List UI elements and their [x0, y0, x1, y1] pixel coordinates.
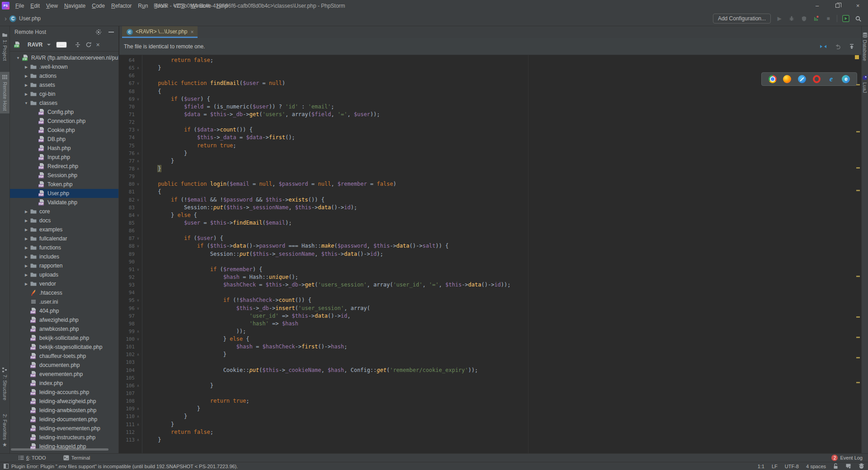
tool-stripe-1-project[interactable]: 1: Project	[0, 30, 9, 63]
run-icon[interactable]: ▶	[776, 15, 783, 22]
tree-collapsed-arrow-icon[interactable]: ▶	[23, 65, 30, 69]
tree-collapsed-arrow-icon[interactable]: ▶	[23, 210, 30, 214]
tree-item-rapporten[interactable]: ▶rapporten	[10, 261, 118, 270]
tree-item-fullcalendar[interactable]: ▶fullcalendar	[10, 234, 118, 243]
toggle-toolwindows-icon[interactable]	[4, 464, 9, 469]
fold-marker-icon[interactable]: ∨	[135, 242, 142, 250]
indent-style[interactable]: 4 spaces	[806, 464, 826, 469]
server-selector[interactable]: RAVR	[28, 42, 42, 48]
lock-icon[interactable]	[833, 463, 838, 469]
menu-code[interactable]: Code	[89, 2, 108, 10]
warning-stripe-mark[interactable]	[856, 190, 860, 191]
tree-item-redirect.php[interactable]: PHPRedirect.php	[10, 162, 118, 171]
tree-item-hash.php[interactable]: PHPHash.php	[10, 144, 118, 153]
stop-icon[interactable]: ■	[825, 15, 832, 22]
tree-item-uploads[interactable]: ▶uploads	[10, 270, 118, 279]
fold-marker-icon[interactable]: ∨	[135, 212, 142, 219]
fold-marker-icon[interactable]: ∧	[135, 436, 142, 444]
fold-marker-icon[interactable]: ∨	[135, 126, 142, 134]
refresh-icon[interactable]	[85, 41, 92, 48]
tree-item-config.php[interactable]: PHPConfig.php	[10, 108, 118, 117]
hide-panel-icon[interactable]	[108, 32, 114, 33]
search-everywhere-icon[interactable]	[854, 15, 862, 22]
warning-stripe-mark[interactable]	[856, 84, 860, 85]
run-anything-icon[interactable]	[842, 15, 849, 22]
tree-item-examples[interactable]: ▶examples	[10, 225, 118, 234]
sync-compare-icon[interactable]	[820, 43, 827, 50]
tree-collapsed-arrow-icon[interactable]: ▶	[23, 273, 30, 277]
fold-marker-icon[interactable]: ∨	[135, 196, 142, 204]
opera-browser-icon[interactable]	[813, 75, 821, 83]
toolwindow-6-todo[interactable]: 6: TODO	[18, 455, 46, 461]
tree-item-vendor[interactable]: ▶vendor	[10, 279, 118, 288]
status-message[interactable]: Plugin Error: Plugin ".env files support…	[11, 464, 238, 469]
tree-expanded-arrow-icon[interactable]: ▼	[23, 101, 30, 105]
tree-item-.well-known[interactable]: ▶.well-known	[10, 62, 118, 71]
tree-item-index.php[interactable]: PHPindex.php	[10, 379, 118, 388]
tree-collapsed-arrow-icon[interactable]: ▶	[23, 264, 30, 268]
inspection-status-indicator[interactable]	[855, 55, 859, 59]
menu-file[interactable]: File	[12, 2, 27, 10]
tree-item-.htaccess[interactable]: .htaccess	[10, 288, 118, 297]
tree-item-core[interactable]: ▶core	[10, 207, 118, 216]
collapse-all-icon[interactable]	[74, 41, 81, 48]
warning-stripe-mark[interactable]	[856, 316, 860, 318]
internet-explorer-browser-icon[interactable]: e	[827, 75, 835, 83]
close-tab-icon[interactable]: ×	[191, 29, 194, 35]
tree-collapsed-arrow-icon[interactable]: ▶	[23, 282, 30, 286]
restore-button[interactable]	[827, 0, 848, 11]
tree-item-validate.php[interactable]: PHPValidate.php	[10, 198, 118, 207]
menu-view[interactable]: View	[43, 2, 61, 10]
tree-item-cgi-bin[interactable]: ▶cgi-bin	[10, 89, 118, 99]
run-with-coverage-icon[interactable]	[800, 15, 807, 22]
fold-marker-icon[interactable]: ∨	[135, 180, 142, 188]
warning-stripe-mark[interactable]	[856, 337, 860, 338]
fold-marker-icon[interactable]: ∨	[135, 235, 142, 242]
tree-collapsed-arrow-icon[interactable]: ▶	[23, 219, 30, 223]
tree-item-bekijk-sollicitatie.php[interactable]: PHPbekijk-sollicitatie.php	[10, 334, 118, 343]
tree-item-db.php[interactable]: PHPDB.php	[10, 135, 118, 144]
warning-stripe-mark[interactable]	[856, 357, 860, 358]
tree-item-docs[interactable]: ▶docs	[10, 216, 118, 225]
tree-item-.user.ini[interactable]: .user.ini	[10, 297, 118, 306]
rollback-icon[interactable]	[834, 43, 841, 50]
tree-item-user.php[interactable]: PHPUser.php	[10, 189, 118, 198]
editor-tab-user-php[interactable]: C <RAVR> \...\User.php ×	[122, 26, 198, 38]
tree-item-leiding-documenten.php[interactable]: PHPleiding-documenten.php	[10, 415, 118, 424]
menu-edit[interactable]: Edit	[27, 2, 43, 10]
tool-stripe-database[interactable]: Database	[862, 30, 868, 63]
tree-item-404.php[interactable]: PHP404.php	[10, 306, 118, 315]
profiler-icon[interactable]	[812, 15, 820, 22]
safari-browser-icon[interactable]	[798, 75, 806, 83]
tool-stripe-remote-host[interactable]: Remote Host	[0, 72, 9, 113]
tree-item-functions[interactable]: ▶functions	[10, 243, 118, 252]
tree-item-input.php[interactable]: PHPInput.php	[10, 153, 118, 162]
warning-stripe-mark[interactable]	[856, 276, 860, 277]
tree-item-anwbkosten.php[interactable]: PHPanwbkosten.php	[10, 324, 118, 334]
close-button[interactable]: ×	[848, 0, 868, 11]
fold-marker-icon[interactable]: ∧	[135, 405, 142, 413]
tree-item-afwezigheid.php[interactable]: PHPafwezigheid.php	[10, 315, 118, 324]
tree-item-leiding-accounts.php[interactable]: PHPleiding-accounts.php	[10, 388, 118, 397]
tool-stripe-7-structure[interactable]: 7: Structure	[0, 365, 9, 403]
caret-position[interactable]: 1:1	[758, 464, 764, 469]
close-panel-icon[interactable]: ×	[96, 41, 99, 48]
event-log-button[interactable]: 2 Event Log	[831, 455, 863, 461]
chrome-browser-icon[interactable]	[769, 75, 777, 83]
tree-collapsed-arrow-icon[interactable]: ▶	[23, 237, 30, 241]
fold-marker-icon[interactable]: ∧	[135, 328, 142, 335]
tree-collapsed-arrow-icon[interactable]: ▶	[23, 228, 30, 232]
tree-item-evenementen.php[interactable]: PHPevenementen.php	[10, 370, 118, 379]
tree-item-leiding-instructeurs.php[interactable]: PHPleiding-instructeurs.php	[10, 433, 118, 442]
fold-marker-icon[interactable]: ∧	[135, 351, 142, 358]
tree-item-session.php[interactable]: PHPSession.php	[10, 171, 118, 180]
browse-server-button[interactable]: ...	[56, 42, 67, 48]
toolwindow-terminal[interactable]: Terminal	[63, 455, 90, 461]
warning-stripe-mark[interactable]	[856, 167, 860, 169]
tree-collapsed-arrow-icon[interactable]: ▶	[23, 246, 30, 250]
tree-collapsed-arrow-icon[interactable]: ▶	[23, 92, 30, 96]
fold-marker-icon[interactable]: ∨	[135, 80, 142, 87]
tree-collapsed-arrow-icon[interactable]: ▶	[23, 74, 30, 78]
tree-item-ravr-ftp.ambulanceroerveen.nl-publi[interactable]: ▼FTPRAVR (ftp.ambulanceroerveen.nl/publi	[10, 53, 118, 62]
tree-item-token.php[interactable]: PHPToken.php	[10, 180, 118, 189]
